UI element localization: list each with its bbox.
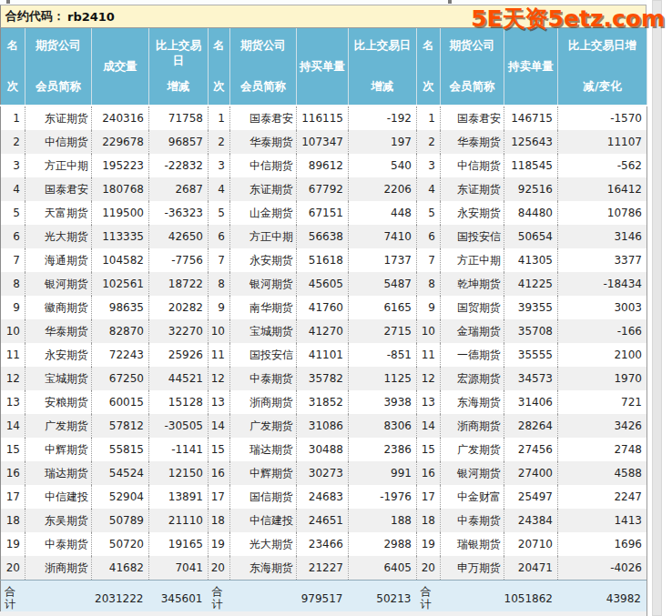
volume-change-cell: 21110 — [149, 509, 209, 532]
short-positions-rank-cell: 18 — [417, 509, 441, 532]
short-positions-amount-cell: 41305 — [504, 248, 558, 272]
long-positions-amount-cell: 41760 — [297, 296, 349, 319]
short-positions-amount-cell: 20471 — [504, 556, 558, 581]
long-positions-amount-cell: 21227 — [297, 556, 349, 581]
long-positions-rank-cell: 17 — [209, 485, 230, 509]
long-positions-company-cell: 国泰君安 — [230, 106, 297, 130]
short-positions-company-cell: 中信期货 — [441, 154, 504, 177]
long-positions-change-cell: 991 — [349, 461, 417, 485]
volume-company-cell: 浙商期货 — [25, 556, 92, 581]
short-positions-rank-cell: 2 — [417, 130, 441, 154]
volume-company-header: 期货公司会员简称 — [25, 28, 92, 106]
volume-change-cell: 19165 — [149, 532, 209, 556]
volume-amount-cell: 113335 — [92, 225, 149, 248]
futures-ranking-table: 名次期货公司会员简称成交量比上交易日增减名次期货公司会员简称持买单量比上交易日增… — [0, 28, 647, 616]
long-positions-company-cell: 国信期货 — [230, 485, 297, 509]
volume-change-cell: 44521 — [149, 367, 209, 390]
table-row: 4国泰君安18076826874东证期货6779222064东证期货925161… — [1, 177, 647, 201]
volume-amount-cell: 82870 — [92, 319, 149, 343]
volume-company-cell: 中辉期货 — [25, 438, 92, 461]
volume-amount-cell: 102561 — [92, 272, 149, 296]
volume-rank-cell: 8 — [1, 272, 25, 296]
table-row: 3方正中期195223-228323中信期货896125403中信期货11854… — [1, 154, 647, 177]
long-positions-company-cell: 东证期货 — [230, 177, 297, 201]
short-positions-rank-cell: 5 — [417, 201, 441, 225]
volume-amount-cell: 119500 — [92, 201, 149, 225]
volume-amount-cell: 240316 — [92, 106, 149, 130]
short-positions-change-cell: 3146 — [558, 225, 647, 248]
short-positions-company-cell: 华泰期货 — [441, 130, 504, 154]
long-positions-change-cell: 188 — [349, 509, 417, 532]
volume-change-cell: -36323 — [149, 201, 209, 225]
short-positions-amount-cell: 24384 — [504, 509, 558, 532]
volume-rank-cell: 18 — [1, 509, 25, 532]
long-positions-change-cell: 540 — [349, 154, 417, 177]
volume-company-cell: 银河期货 — [25, 272, 92, 296]
short-positions-change-cell: -562 — [558, 154, 647, 177]
vertical-scrollbar[interactable] — [652, 0, 662, 616]
volume-company-cell: 瑞达期货 — [25, 461, 92, 485]
table-row: 16瑞达期货545241215016中辉期货3027399116银河期货2740… — [1, 461, 647, 485]
volume-rank-cell: 19 — [1, 532, 25, 556]
short-positions-change-cell: 1413 — [558, 509, 647, 532]
short-positions-company-cell: 国投安信 — [441, 225, 504, 248]
short-positions-company-cell: 中金财富 — [441, 485, 504, 509]
long-positions-company-cell: 中泰期货 — [230, 367, 297, 390]
short-positions-change-cell: 2100 — [558, 343, 647, 367]
long-positions-company-cell: 中辉期货 — [230, 461, 297, 485]
long-positions-rank-cell: 11 — [209, 343, 230, 367]
short-positions-amount-cell: 39355 — [504, 296, 558, 319]
volume-change-cell: 15128 — [149, 390, 209, 414]
volume-rank-cell: 4 — [1, 177, 25, 201]
long-positions-amount-cell: 107347 — [297, 130, 349, 154]
long-positions-change-cell: 1125 — [349, 367, 417, 390]
volume-amount-cell: 72243 — [92, 343, 149, 367]
long-positions-company-cell: 南华期货 — [230, 296, 297, 319]
long-positions-company-cell: 国投安信 — [230, 343, 297, 367]
volume-company-cell: 天富期货 — [25, 201, 92, 225]
volume-rank-cell: 9 — [1, 296, 25, 319]
long-positions-rank-cell: 18 — [209, 509, 230, 532]
long-positions-rank-cell: 1 — [209, 106, 230, 130]
long-positions-change-cell: 6405 — [349, 556, 417, 581]
short-positions-change-cell: 721 — [558, 390, 647, 414]
volume-amount-cell: 60015 — [92, 390, 149, 414]
volume-rank-cell: 13 — [1, 390, 25, 414]
volume-company-cell: 中信建投 — [25, 485, 92, 509]
long-positions-company-cell: 浙商期货 — [230, 390, 297, 414]
volume-company-cell: 宝城期货 — [25, 367, 92, 390]
long-positions-change-cell: 197 — [349, 130, 417, 154]
short-positions-rank-cell: 14 — [417, 414, 441, 438]
volume-change-header: 比上交易日增减 — [149, 28, 209, 106]
short-positions-amount-cell: 28264 — [504, 414, 558, 438]
volume-change-cell: 7041 — [149, 556, 209, 581]
short-positions-amount-cell: 146715 — [504, 106, 558, 130]
table-row: 2中信期货229678968572华泰期货1073471972华泰期货12564… — [1, 130, 647, 154]
short-positions-company-cell: 广发期货 — [441, 438, 504, 461]
volume-rank-cell: 14 — [1, 414, 25, 438]
long-positions-rank-cell: 8 — [209, 272, 230, 296]
short-positions-change-cell: -166 — [558, 319, 647, 343]
volume-rank-cell: 11 — [1, 343, 25, 367]
short-positions-change-cell: -4026 — [558, 556, 647, 581]
volume-company-cell: 海通期货 — [25, 248, 92, 272]
short-positions-rank-cell: 16 — [417, 461, 441, 485]
long-positions-rank-cell: 13 — [209, 390, 230, 414]
short-positions-company-cell: 东证期货 — [441, 177, 504, 201]
short-positions-rank-header: 名次 — [417, 28, 441, 106]
volume-change-cell: -7756 — [149, 248, 209, 272]
long-positions-change-cell: 1737 — [349, 248, 417, 272]
long-positions-amount-cell: 56638 — [297, 225, 349, 248]
long-positions-change-header: 比上交易日增减 — [349, 28, 417, 106]
volume-company-cell: 广发期货 — [25, 414, 92, 438]
volume-amount-cell: 50720 — [92, 532, 149, 556]
volume-amount-cell: 67250 — [92, 367, 149, 390]
clipped-text-artifact — [6, 0, 10, 4]
volume-change-cell: 32270 — [149, 319, 209, 343]
long-positions-amount-cell: 45605 — [297, 272, 349, 296]
long-positions-change-cell: 2715 — [349, 319, 417, 343]
table-row: 11永安期货722432592611国投安信41101-85111一德期货355… — [1, 343, 647, 367]
volume-company-cell: 东吴期货 — [25, 509, 92, 532]
short-positions-amount-cell: 27456 — [504, 438, 558, 461]
volume-amount-cell: 52904 — [92, 485, 149, 509]
